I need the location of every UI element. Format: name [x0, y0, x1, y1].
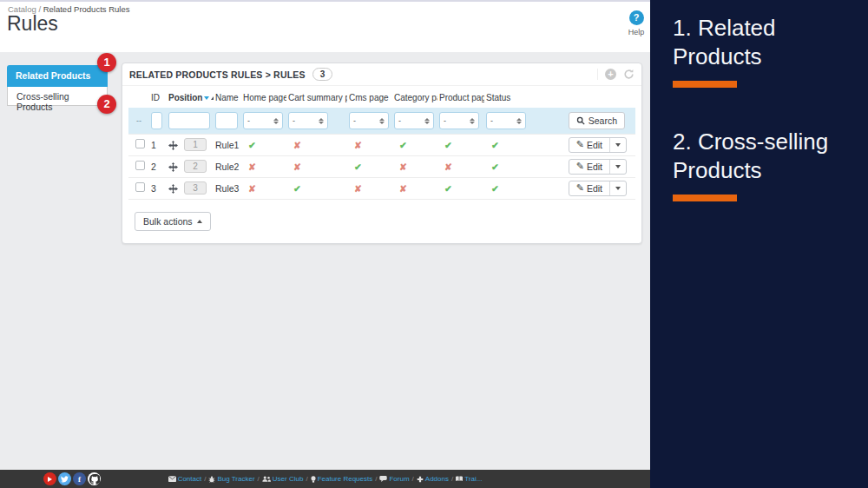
cart-page-status-icon: ✘ [286, 155, 347, 177]
header-home-page[interactable]: Home page [241, 88, 286, 108]
status-icon: ✔ [484, 134, 526, 155]
status-filter-select[interactable]: - [486, 112, 526, 129]
annotation-text-2: 2. Cross-selling Products [673, 128, 855, 185]
chevron-down-icon [615, 143, 621, 147]
header-id[interactable]: ID [149, 88, 167, 108]
tab-related-products[interactable]: Related Products [7, 65, 108, 87]
product-page-status-icon: ✔ [437, 177, 484, 199]
header-product-page[interactable]: Product page [437, 88, 484, 108]
filter-checkbox-placeholder: -- [130, 116, 148, 125]
header-cart-summary-page[interactable]: Cart summary page [286, 88, 347, 108]
users-icon [262, 476, 271, 482]
drag-handle-icon[interactable] [168, 184, 178, 194]
addons-link[interactable]: Addons [417, 475, 449, 483]
header-category-page[interactable]: Category page [392, 88, 437, 108]
position-badge: 1 [184, 138, 207, 151]
product-page-filter-select[interactable]: - [439, 112, 479, 129]
tab-cross-selling-products[interactable]: Cross-selling Products [7, 87, 108, 106]
drag-handle-icon[interactable] [168, 162, 178, 172]
header-actions [526, 88, 635, 108]
filter-row: -- - - - - - - Search [128, 108, 635, 134]
header-cms-page[interactable]: Cms page [347, 88, 392, 108]
refresh-icon[interactable] [623, 69, 635, 80]
row-checkbox[interactable] [135, 182, 145, 192]
book-icon [456, 476, 463, 482]
category-page-filter-select[interactable]: - [394, 112, 434, 129]
annotation-badge-2: 2 [97, 95, 116, 114]
rules-count-badge: 3 [312, 68, 333, 81]
header-status[interactable]: Status [484, 88, 526, 108]
footer: f Contact / Bug Tracker / User Club / Fe… [0, 470, 650, 488]
training-link[interactable]: Trai... [456, 475, 482, 483]
status-icon: ✔ [484, 155, 526, 177]
pencil-icon: ✎ [576, 140, 584, 149]
select-stepper-icon [273, 118, 279, 124]
user-club-link[interactable]: User Club [262, 475, 304, 483]
side-tabs: Related Products Cross-selling Products [7, 65, 108, 106]
search-button[interactable]: Search [569, 112, 625, 129]
sort-asc-icon[interactable] [211, 96, 214, 100]
help-icon[interactable]: ? [629, 10, 644, 25]
row-id: 2 [149, 155, 167, 177]
forum-link[interactable]: Forum [379, 475, 409, 483]
select-stepper-icon [319, 118, 324, 124]
status-icon: ✔ [484, 177, 526, 199]
edit-dropdown-toggle[interactable] [609, 138, 626, 152]
position-filter-input[interactable] [168, 112, 210, 129]
select-stepper-icon [379, 118, 385, 124]
product-page-status-icon: ✘ [437, 155, 484, 177]
row-checkbox[interactable] [135, 161, 145, 170]
row-id: 1 [149, 134, 167, 155]
annotation-panel: 1. Related Products 2. Cross-selling Pro… [650, 0, 868, 488]
drag-handle-icon[interactable] [168, 141, 178, 150]
addons-icon [417, 476, 424, 483]
id-filter-input[interactable] [151, 112, 162, 129]
name-filter-input[interactable] [215, 112, 238, 129]
pencil-icon: ✎ [576, 183, 584, 193]
pencil-icon: ✎ [576, 162, 584, 171]
annotation-text-1: 1. Related Products [673, 14, 855, 71]
row-checkbox[interactable] [135, 139, 145, 148]
annotation-item: 1. Related Products [673, 14, 868, 88]
home-page-status-icon: ✘ [241, 155, 286, 177]
contact-link[interactable]: Contact [168, 475, 202, 483]
annotation-badge-1: 1 [97, 53, 116, 72]
cart-page-status-icon: ✔ [286, 177, 347, 199]
bug-icon [208, 476, 215, 483]
header-position[interactable]: Position [167, 88, 214, 108]
home-page-filter-select[interactable]: - [243, 112, 283, 129]
rules-table: ID Position Name Home page Cart summary … [128, 88, 635, 200]
position-badge: 2 [184, 160, 207, 173]
add-rule-icon[interactable]: + [605, 69, 616, 80]
panel-title: RELATED PRODUCTS RULES > RULES [129, 69, 306, 80]
bug-tracker-link[interactable]: Bug Tracker [208, 475, 254, 483]
edit-dropdown-toggle[interactable] [609, 181, 626, 195]
edit-button[interactable]: ✎Edit [569, 160, 609, 174]
bulk-actions-button[interactable]: Bulk actions [135, 212, 211, 231]
edit-button[interactable]: ✎Edit [569, 138, 609, 152]
rule-name: Rule3 [214, 177, 241, 199]
select-stepper-icon [516, 118, 522, 124]
comment-icon [379, 476, 387, 482]
feature-requests-link[interactable]: Feature Requests [311, 475, 373, 483]
header-checkbox [128, 88, 149, 108]
cms-page-status-icon: ✘ [347, 177, 392, 199]
search-icon [576, 116, 585, 125]
header-name[interactable]: Name [214, 88, 241, 108]
home-page-status-icon: ✔ [241, 134, 286, 155]
edit-button[interactable]: ✎Edit [569, 181, 609, 195]
rules-panel: RELATED PRODUCTS RULES > RULES 3 + ID Po… [122, 63, 642, 244]
edit-dropdown-toggle[interactable] [609, 160, 626, 174]
page-header: Catalog / Related Products Rules Rules ?… [0, 2, 650, 52]
product-page-status-icon: ✔ [437, 134, 484, 155]
cart-page-filter-select[interactable]: - [288, 112, 328, 129]
row-id: 3 [149, 177, 167, 199]
annotation-underline [673, 81, 737, 88]
table-row: 2 2 Rule2 ✘ ✘ ✔ ✘ ✘ ✔ ✎Edit [128, 155, 635, 177]
select-stepper-icon [470, 118, 475, 124]
sort-desc-icon[interactable] [204, 96, 209, 100]
edit-button-group: ✎Edit [569, 137, 627, 153]
help-button[interactable]: ? Help [618, 10, 654, 36]
cms-page-filter-select[interactable]: - [349, 112, 389, 129]
footer-links: Contact / Bug Tracker / User Club / Feat… [0, 470, 650, 488]
